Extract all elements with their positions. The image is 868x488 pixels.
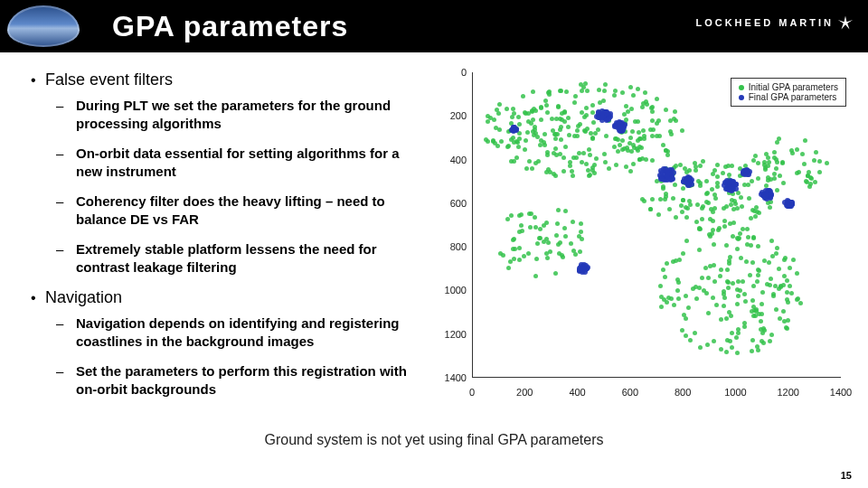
bullet-text: False event filters — [45, 70, 173, 89]
y-tick: 800 — [434, 241, 467, 252]
x-tick: 600 — [622, 387, 638, 398]
x-tick: 1000 — [724, 387, 746, 398]
subbullet: Navigation depends on identifying and re… — [56, 314, 425, 350]
title-bar: GPA parameters LOCKHEED MARTIN — [0, 0, 868, 52]
y-tick: 1200 — [434, 329, 467, 340]
bullet-false-event-filters: •False event filters During PLT we set t… — [31, 70, 425, 276]
x-tick: 800 — [675, 387, 691, 398]
x-tick: 0 — [469, 387, 475, 398]
legend-marker-final — [739, 95, 744, 100]
plot-legend: Initial GPA parameters Final GPA paramet… — [731, 78, 846, 107]
figure-area: Initial GPA parameters Final GPA paramet… — [434, 52, 868, 450]
x-tick: 400 — [569, 387, 585, 398]
goes-r-logo — [7, 5, 80, 47]
subbullet: Coherency filter does the heavy lifting … — [56, 192, 425, 228]
y-tick: 600 — [434, 198, 467, 209]
subbullet: Extremely stable platform lessens the ne… — [56, 240, 425, 276]
x-tick: 1200 — [777, 387, 798, 398]
scatter-plot: Initial GPA parameters Final GPA paramet… — [434, 60, 850, 403]
bullet-text: Navigation — [45, 288, 122, 306]
subbullet: On-orbit data essential for setting algo… — [56, 145, 425, 180]
lockheed-martin-text: LOCKHEED MARTIN — [695, 17, 834, 28]
legend-label-initial: Initial GPA parameters — [749, 82, 838, 92]
legend-marker-initial — [739, 85, 744, 90]
figure-caption: Ground system is not yet using final GPA… — [0, 432, 868, 448]
bullet-navigation: •Navigation Navigation depends on identi… — [31, 288, 425, 398]
y-tick: 1400 — [434, 372, 467, 383]
subbullet: Set the parameters to perform this regis… — [56, 362, 425, 398]
x-tick: 200 — [516, 387, 533, 398]
slide-title: GPA parameters — [112, 10, 348, 43]
bullet-content: •False event filters During PLT we set t… — [0, 52, 434, 450]
page-number: 15 — [841, 470, 852, 481]
legend-label-final: Final GPA parameters — [749, 92, 837, 102]
subbullet: During PLT we set the parameters for the… — [56, 97, 425, 132]
x-tick: 1400 — [830, 387, 852, 398]
star-icon — [837, 14, 854, 31]
lockheed-martin-logo: LOCKHEED MARTIN — [695, 14, 854, 31]
y-tick: 1000 — [434, 285, 467, 296]
y-tick: 200 — [434, 110, 467, 121]
y-tick: 0 — [434, 67, 467, 78]
y-tick: 400 — [434, 155, 467, 165]
